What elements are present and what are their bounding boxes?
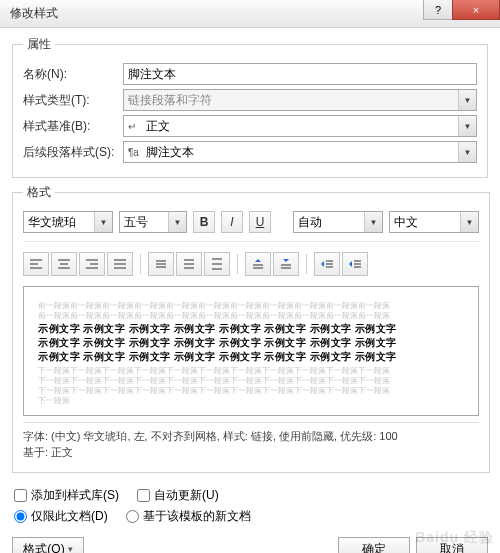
preview-sample-text: 示例文字 示例文字 示例文字 示例文字 示例文字 示例文字 示例文字 示例文字 [38, 322, 464, 336]
size-combo[interactable]: 五号 ▼ [119, 211, 187, 233]
chevron-down-icon: ▼ [458, 90, 476, 110]
label-based-on: 样式基准(B): [23, 118, 123, 135]
properties-group: 属性 名称(N): 脚注文本 样式类型(T): 链接段落和字符 ▼ 样式基准(B… [12, 36, 488, 178]
format-group: 格式 华文琥珀 ▼ 五号 ▼ B I U 自动 ▼ 中文 ▼ [12, 184, 490, 473]
template-docs-radio[interactable]: 基于该模板的新文档 [126, 508, 251, 525]
auto-update-checkbox[interactable]: 自动更新(U) [137, 487, 219, 504]
linked-style-icon: ¶a [128, 147, 140, 158]
window-buttons: ? × [424, 0, 500, 20]
preview-next-para: 下一段落 [38, 397, 464, 404]
bold-button[interactable]: B [193, 211, 215, 233]
add-to-gallery-checkbox[interactable]: 添加到样式库(S) [14, 487, 119, 504]
preview-next-para: 下一段落下一段落下一段落下一段落下一段落下一段落下一段落下一段落下一段落下一段落… [38, 377, 464, 384]
italic-button[interactable]: I [221, 211, 243, 233]
spacing-2-button[interactable] [204, 252, 230, 276]
font-combo[interactable]: 华文琥珀 ▼ [23, 211, 113, 233]
format-dropdown-button[interactable]: 格式(O) [12, 537, 84, 553]
spacing-1-button[interactable] [148, 252, 174, 276]
underline-button[interactable]: U [249, 211, 271, 233]
preview-next-para: 下一段落下一段落下一段落下一段落下一段落下一段落下一段落下一段落下一段落下一段落… [38, 387, 464, 394]
titlebar: 修改样式 ? × [0, 0, 500, 28]
chevron-down-icon[interactable]: ▼ [364, 212, 382, 232]
preview-next-para: 下一段落下一段落下一段落下一段落下一段落下一段落下一段落下一段落下一段落下一段落… [38, 367, 464, 374]
label-style-type: 样式类型(T): [23, 92, 123, 109]
chevron-down-icon[interactable]: ▼ [460, 212, 478, 232]
paragraph-row [23, 248, 479, 280]
increase-indent-button[interactable] [342, 252, 368, 276]
script-combo[interactable]: 中文 ▼ [389, 211, 479, 233]
chevron-down-icon[interactable]: ▼ [458, 116, 476, 136]
following-style-combo[interactable]: ¶a 脚注文本 ▼ [123, 141, 477, 163]
help-button[interactable]: ? [423, 0, 453, 20]
align-justify-button[interactable] [107, 252, 133, 276]
format-legend: 格式 [23, 184, 55, 201]
dialog-footer: 格式(O) 确定 取消 [12, 537, 488, 553]
align-center-button[interactable] [51, 252, 77, 276]
increase-space-before-button[interactable] [245, 252, 271, 276]
preview-sample-text: 示例文字 示例文字 示例文字 示例文字 示例文字 示例文字 示例文字 示例文字 [38, 350, 464, 364]
decrease-space-before-button[interactable] [273, 252, 299, 276]
preview-sample-text: 示例文字 示例文字 示例文字 示例文字 示例文字 示例文字 示例文字 示例文字 [38, 336, 464, 350]
style-preview: 前一段落前一段落前一段落前一段落前一段落前一段落前一段落前一段落前一段落前一段落… [23, 286, 479, 416]
name-input[interactable]: 脚注文本 [123, 63, 477, 85]
decrease-indent-button[interactable] [314, 252, 340, 276]
spacing-15-button[interactable] [176, 252, 202, 276]
options-area: 添加到样式库(S) 自动更新(U) 仅限此文档(D) 基于该模板的新文档 [12, 479, 488, 533]
chevron-down-icon[interactable]: ▼ [94, 212, 112, 232]
chevron-down-icon[interactable]: ▼ [458, 142, 476, 162]
only-this-doc-radio[interactable]: 仅限此文档(D) [14, 508, 108, 525]
color-combo[interactable]: 自动 ▼ [293, 211, 383, 233]
properties-legend: 属性 [23, 36, 55, 53]
pilcrow-icon: ↵ [128, 121, 140, 132]
chevron-down-icon[interactable]: ▼ [168, 212, 186, 232]
align-right-button[interactable] [79, 252, 105, 276]
align-left-button[interactable] [23, 252, 49, 276]
close-button[interactable]: × [452, 0, 500, 20]
ok-button[interactable]: 确定 [338, 537, 410, 553]
preview-prev-para: 前一段落前一段落前一段落前一段落前一段落前一段落前一段落前一段落前一段落前一段落… [38, 312, 464, 319]
cancel-button[interactable]: 取消 [416, 537, 488, 553]
font-format-row: 华文琥珀 ▼ 五号 ▼ B I U 自动 ▼ 中文 ▼ [23, 207, 479, 242]
preview-prev-para: 前一段落前一段落前一段落前一段落前一段落前一段落前一段落前一段落前一段落前一段落… [38, 302, 464, 309]
label-following-style: 后续段落样式(S): [23, 144, 123, 161]
based-on-combo[interactable]: ↵ 正文 ▼ [123, 115, 477, 137]
label-name: 名称(N): [23, 66, 123, 83]
style-type-combo: 链接段落和字符 ▼ [123, 89, 477, 111]
window-title: 修改样式 [10, 5, 58, 22]
style-description: 字体: (中文) 华文琥珀, 左, 不对齐到网格, 样式: 链接, 使用前隐藏,… [23, 422, 479, 462]
